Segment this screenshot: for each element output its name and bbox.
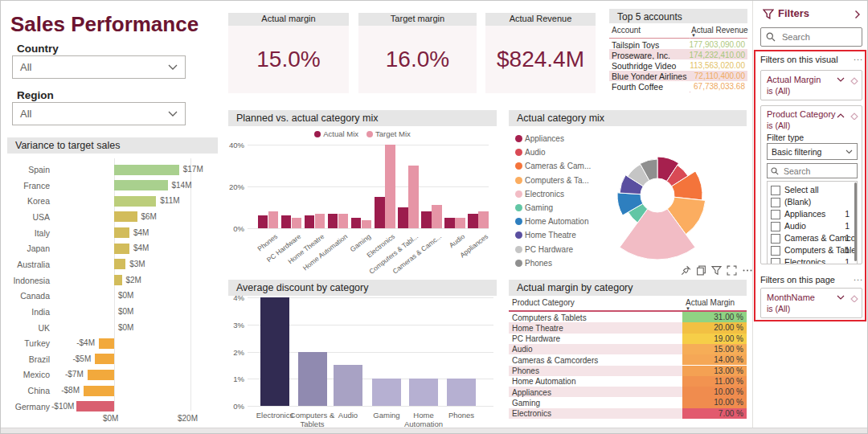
bar-target-2[interactable] <box>315 214 326 228</box>
chevron-up-icon[interactable] <box>837 113 845 118</box>
bar-france[interactable] <box>114 180 168 190</box>
filter-type-dropdown[interactable]: Basic filtering <box>767 143 858 160</box>
bar-electronics[interactable] <box>260 297 289 406</box>
filter-card-monthname[interactable]: MonthName is (All) <box>760 288 862 318</box>
filter-value-search-input[interactable] <box>782 166 850 177</box>
legend-item-computers-ta-[interactable]: Computers & Ta... <box>515 176 589 185</box>
bar-target-9[interactable] <box>478 211 489 228</box>
bar-actual-6[interactable] <box>398 207 408 228</box>
filter-icon[interactable] <box>711 265 722 276</box>
bar-home-automation[interactable] <box>409 379 438 406</box>
legend-item-cameras-cam-[interactable]: Cameras & Cam... <box>515 162 591 170</box>
bar-actual-7[interactable] <box>421 211 432 228</box>
column-header: Product Category <box>512 298 575 307</box>
checkbox[interactable] <box>771 198 780 207</box>
bar-germany[interactable] <box>76 401 115 411</box>
bar-actual-4[interactable] <box>351 218 362 228</box>
legend-item-audio[interactable]: Audio <box>515 148 546 157</box>
eraser-icon[interactable] <box>850 112 858 120</box>
bar-mexico[interactable] <box>88 370 114 380</box>
filters-search-input[interactable] <box>780 31 854 43</box>
category-label: China <box>7 386 50 395</box>
bar-audio[interactable] <box>334 365 362 406</box>
bar-actual-2[interactable] <box>305 215 315 228</box>
checkbox[interactable] <box>771 258 780 264</box>
collapse-pane-icon[interactable] <box>854 10 861 19</box>
focus-mode-icon[interactable] <box>727 265 737 276</box>
bar-actual-1[interactable] <box>281 215 292 228</box>
chevron-down-icon[interactable] <box>837 77 845 83</box>
checkbox[interactable] <box>771 210 780 219</box>
checkbox[interactable] <box>771 186 780 195</box>
y-axis-tick: 0% <box>228 224 244 233</box>
eraser-icon[interactable] <box>850 294 858 302</box>
category-label: Italy <box>7 228 50 238</box>
y-axis-tick: 0% <box>228 402 244 411</box>
more-options-icon[interactable] <box>742 265 753 276</box>
checkbox[interactable] <box>771 234 780 244</box>
filter-card-actual-margin[interactable]: Actual Margin is (All) <box>760 70 862 100</box>
bar-australia[interactable] <box>114 259 125 269</box>
bar-indonesia[interactable] <box>114 275 122 285</box>
bar-spain[interactable] <box>114 165 179 175</box>
bar-actual-8[interactable] <box>444 218 455 228</box>
filter-item-count: 1 <box>845 245 850 255</box>
bar-target-0[interactable] <box>268 211 279 228</box>
bar-brazil[interactable] <box>95 354 114 364</box>
bar-actual-9[interactable] <box>468 214 478 228</box>
copy-icon[interactable] <box>696 265 706 276</box>
bar-target-5[interactable] <box>385 145 395 228</box>
legend-item-phones[interactable]: Phones <box>515 259 552 268</box>
filter-list-item: (Blank) <box>768 196 857 208</box>
checkbox[interactable] <box>771 222 780 231</box>
bar-turkey[interactable] <box>99 338 114 349</box>
donut-chart <box>589 126 747 268</box>
bar-actual-0[interactable] <box>258 215 268 228</box>
bar-italy[interactable] <box>114 227 129 238</box>
filter-value-search-box[interactable] <box>767 163 858 178</box>
legend-item-gaming[interactable]: Gaming <box>515 203 553 212</box>
filters-search-box[interactable] <box>760 27 862 47</box>
legend-item-home-automation[interactable]: Home Automation <box>515 217 589 226</box>
bar-china[interactable] <box>84 386 114 396</box>
page-section-more-icon[interactable]: ... <box>854 272 863 282</box>
margin-cell: 10.00 % <box>682 387 747 397</box>
revenue-cell: 177,903,090.00 <box>667 40 745 49</box>
legend-item-pc-hardware[interactable]: PC Hardware <box>515 245 573 254</box>
bar-gaming[interactable] <box>372 379 401 406</box>
category-label: France <box>7 181 50 190</box>
bar-target-3[interactable] <box>338 214 349 228</box>
category-label: USA <box>7 212 50 222</box>
eraser-icon[interactable] <box>850 76 858 84</box>
legend-item-target-mix[interactable]: Target Mix <box>366 129 411 138</box>
bar-korea[interactable] <box>114 196 156 207</box>
country-dropdown[interactable]: All <box>12 55 186 79</box>
bar-computers-tablets[interactable] <box>298 352 327 406</box>
region-dropdown[interactable]: All <box>12 102 186 125</box>
bar-target-6[interactable] <box>408 166 419 228</box>
filter-card-product-category[interactable]: Product Category is (All) Filter type Ba… <box>760 105 862 264</box>
bar-target-7[interactable] <box>432 205 442 228</box>
legend-label: Actual Mix <box>323 129 358 138</box>
bar-target-1[interactable] <box>292 218 302 228</box>
bar-actual-5[interactable] <box>375 197 385 228</box>
checkbox[interactable] <box>771 246 780 256</box>
bar-usa[interactable] <box>114 211 137 222</box>
bar-target-4[interactable] <box>362 220 372 228</box>
list-scrollbar[interactable] <box>854 182 857 261</box>
kpi-card-actual-margin[interactable]: Actual margin 15.0% <box>228 13 349 93</box>
pin-icon[interactable] <box>681 265 691 276</box>
legend-item-appliances[interactable]: Appliances <box>515 134 564 143</box>
legend-item-electronics[interactable]: Electronics <box>515 190 564 199</box>
bar-phones[interactable] <box>447 379 476 406</box>
bar-japan[interactable] <box>114 244 129 254</box>
kpi-card-target-margin[interactable]: Target margin 16.0% <box>358 13 477 93</box>
legend-item-home-theatre[interactable]: Home Theatre <box>515 231 576 240</box>
bar-actual-3[interactable] <box>328 214 338 228</box>
legend-item-actual-mix[interactable]: Actual Mix <box>314 129 358 138</box>
margin-cell: 20.00 % <box>682 322 747 333</box>
chevron-down-icon[interactable] <box>837 295 845 301</box>
bar-target-8[interactable] <box>455 218 465 228</box>
kpi-card-actual-revenue[interactable]: Actual Revenue $824.4M <box>485 13 596 93</box>
visual-section-more-icon[interactable]: ... <box>854 52 863 62</box>
